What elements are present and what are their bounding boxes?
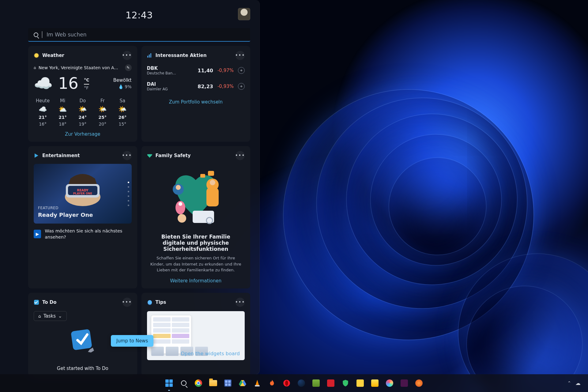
entertainment-hero[interactable]: READY PLAYER ONE FEATURED Ready Player O…	[34, 164, 132, 224]
user-avatar[interactable]	[238, 8, 250, 20]
tray-chevron-up-icon[interactable]: ⌃	[567, 380, 571, 386]
forecast-row: Heute☁️21°16° Mi⛅21°18° Do🌤️24°19° Fr🌤️2…	[34, 98, 132, 126]
security-shield-icon[interactable]	[340, 378, 351, 388]
web-search-box[interactable]	[28, 28, 250, 42]
entertainment-prompt: Was möchten Sie sich als nächstes ansehe…	[45, 228, 131, 240]
svg-rect-13	[193, 211, 214, 223]
tips-menu[interactable]: •••	[236, 298, 245, 307]
stocks-widget[interactable]: Interessante Aktien ••• DBKDeutsche Ban.…	[141, 46, 251, 142]
search-input[interactable]	[46, 31, 245, 38]
svg-rect-15	[208, 171, 214, 176]
family-safety-icon	[147, 153, 153, 158]
forecast-link[interactable]: Zur Vorhersage	[34, 131, 132, 137]
edit-location-icon[interactable]: ✎	[125, 64, 132, 71]
notes-icon[interactable]	[370, 378, 380, 388]
humidity-text: 💧 9%	[113, 84, 132, 89]
movies-app-icon: ▶	[34, 230, 41, 238]
family-menu[interactable]: •••	[236, 151, 245, 160]
forecast-day[interactable]: Mi⛅21°18°	[54, 98, 72, 126]
svg-point-20	[285, 380, 288, 386]
tray-cloud-icon[interactable]: ☁	[575, 380, 581, 386]
weather-title: Weather	[42, 53, 64, 58]
svg-point-6	[176, 185, 181, 190]
svg-point-11	[179, 202, 182, 206]
slack-icon[interactable]	[399, 378, 409, 388]
current-temp: 16	[58, 74, 78, 92]
family-link[interactable]: Weitere Informationen	[147, 278, 245, 284]
forecast-day[interactable]: Sa🌤️26°15°	[113, 98, 131, 126]
file-explorer-icon[interactable]	[208, 378, 218, 388]
search-icon	[34, 32, 38, 37]
add-stock-icon[interactable]: ＋	[238, 67, 245, 74]
unit-f[interactable]: °F	[84, 85, 89, 91]
family-heading: Bieten Sie Ihrer Familie digitale und ph…	[153, 234, 239, 252]
svg-rect-18	[255, 385, 259, 386]
stock-row[interactable]: DBKDeutsche Ban... 11,40 -0,97% ＋	[147, 62, 245, 78]
svg-rect-9	[206, 188, 219, 206]
entertainment-title: Entertainment	[42, 153, 80, 158]
forecast-day[interactable]: Heute☁️21°16°	[34, 98, 52, 126]
vlc-icon[interactable]	[252, 378, 262, 388]
home-icon: ⌂	[38, 314, 41, 318]
stock-row[interactable]: DAIDaimler AG 82,23 -0,93% ＋	[147, 78, 245, 94]
svg-point-8	[210, 180, 215, 185]
todo-title: To Do	[42, 300, 57, 305]
svg-rect-17	[71, 329, 92, 350]
code-editor-icon[interactable]	[355, 378, 365, 388]
start-button[interactable]	[164, 378, 174, 388]
tasks-dropdown[interactable]: ⌂ Tasks ⌄	[34, 311, 67, 321]
forecast-day[interactable]: Do🌤️24°19°	[74, 98, 92, 126]
svg-text:READY: READY	[77, 189, 89, 192]
chrome-icon[interactable]	[193, 378, 204, 388]
widgets-panel: 12:43 Weather ••• ⌂ New York, Vereinigte…	[0, 0, 260, 375]
featured-tag: FEATURED	[38, 206, 58, 210]
steam-icon[interactable]	[296, 378, 307, 388]
palette-icon[interactable]	[384, 378, 395, 388]
opera-icon[interactable]	[281, 378, 292, 388]
entertainment-icon	[34, 153, 39, 158]
power-icon[interactable]	[414, 378, 424, 388]
stocks-icon	[147, 53, 153, 58]
stocks-title: Interessante Aktien	[156, 53, 207, 58]
family-title: Family Safety	[156, 153, 191, 158]
family-safety-widget[interactable]: Family Safety ••• Bieten Sie Ihrer Fa	[141, 146, 251, 288]
todo-menu[interactable]: •••	[123, 298, 132, 307]
condition-text: Bewölkt	[113, 77, 132, 83]
unit-c[interactable]: °C	[84, 77, 89, 85]
taskbar-search-icon[interactable]	[179, 378, 189, 388]
movie-art: READY PLAYER ONE	[52, 169, 113, 206]
movie-title: Ready Player One	[38, 212, 93, 218]
tips-widget[interactable]: Tips ••• Open the widgets board	[141, 293, 251, 376]
portfolio-link[interactable]: Zum Portfolio wechseln	[147, 99, 245, 105]
panel-clock: 12:43	[126, 10, 153, 21]
weather-menu[interactable]: •••	[123, 51, 132, 60]
stocks-menu[interactable]: •••	[236, 51, 245, 60]
carousel-dots[interactable]	[128, 182, 129, 206]
todo-widget[interactable]: To Do ••• ⌂ Tasks ⌄ Get started with To …	[28, 293, 137, 376]
weather-icon	[34, 53, 39, 58]
google-drive-icon[interactable]	[237, 378, 248, 388]
todo-icon	[34, 300, 39, 305]
add-stock-icon[interactable]: ＋	[238, 83, 245, 90]
weather-location: New York, Vereinigte Staaten von A...	[39, 65, 118, 70]
flame-icon[interactable]	[267, 378, 277, 388]
chevron-down-icon: ⌄	[58, 313, 62, 319]
todo-cta[interactable]: Get started with To Do	[34, 366, 132, 371]
amd-icon[interactable]	[326, 378, 336, 388]
svg-text:PLAYER ONE: PLAYER ONE	[73, 192, 92, 195]
forecast-day[interactable]: Fr🌤️25°20°	[93, 98, 111, 126]
tips-caption: Open the widgets board	[181, 351, 240, 356]
tips-title: Tips	[156, 300, 166, 305]
jump-to-news-bubble[interactable]: Jump to News	[111, 335, 153, 347]
minecraft-icon[interactable]	[311, 378, 321, 388]
current-condition-icon: ☁️	[34, 76, 53, 91]
entertainment-menu[interactable]: •••	[123, 151, 132, 160]
taskbar: ⌃ ☁	[0, 374, 588, 392]
weather-widget[interactable]: Weather ••• ⌂ New York, Vereinigte Staat…	[28, 46, 137, 142]
family-illustration	[147, 163, 245, 231]
entertainment-widget[interactable]: Entertainment ••• READY PLAYER ONE FEATU…	[28, 146, 137, 288]
svg-rect-16	[200, 174, 205, 178]
calculator-icon[interactable]	[223, 378, 233, 388]
family-body: Schaffen Sie einen sicheren Ort für Ihre…	[149, 255, 243, 273]
svg-point-12	[178, 214, 186, 223]
